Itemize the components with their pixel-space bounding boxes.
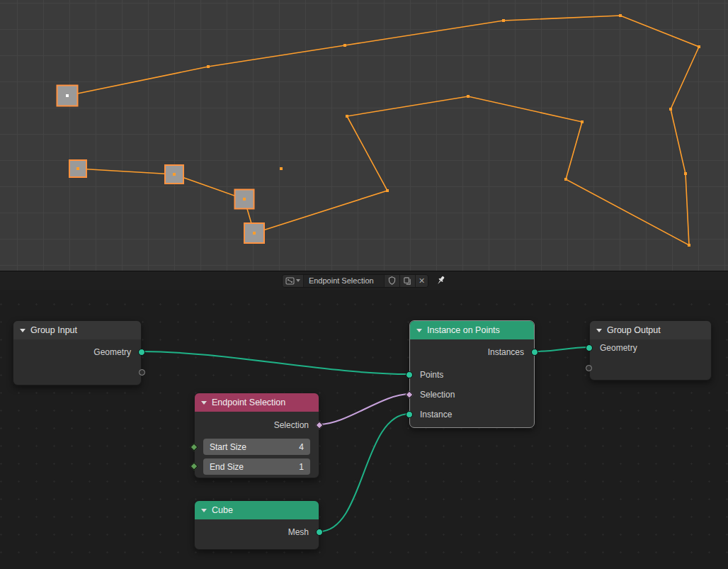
- node-group-input[interactable]: Group Input Geometry: [13, 320, 142, 385]
- start-size-input-socket[interactable]: [190, 443, 198, 451]
- node-tree-selector: Endpoint Selection ✕: [282, 274, 428, 288]
- node-title: Group Input: [30, 325, 77, 335]
- tree-name-field[interactable]: Endpoint Selection: [304, 275, 385, 287]
- browse-tree-button[interactable]: [283, 275, 304, 287]
- input-label-geometry: Geometry: [590, 340, 711, 356]
- wire-mesh-to-instance[interactable]: [319, 414, 409, 531]
- node-title: Instance on Points: [427, 325, 500, 335]
- collapse-chevron-icon[interactable]: [416, 329, 422, 332]
- node-title: Endpoint Selection: [212, 398, 285, 407]
- collapse-chevron-icon[interactable]: [201, 401, 207, 405]
- input-label-selection: Selection: [410, 387, 534, 402]
- node-tree-icon: [285, 276, 295, 286]
- end-size-field[interactable]: End Size 1: [203, 458, 310, 475]
- collapse-chevron-icon[interactable]: [20, 329, 25, 332]
- curve-control-point[interactable]: [564, 178, 567, 181]
- end-size-input-socket[interactable]: [190, 462, 198, 470]
- new-copy-button[interactable]: [400, 275, 416, 287]
- mesh-output-socket[interactable]: [316, 529, 323, 536]
- wire-geometry-to-points[interactable]: [142, 351, 409, 374]
- field-label: End Size: [210, 462, 244, 472]
- node-endpoint-selection[interactable]: Endpoint Selection Selection Start Size …: [194, 393, 319, 478]
- node-editor-header: Endpoint Selection ✕: [0, 271, 728, 290]
- curve-control-point[interactable]: [66, 94, 69, 97]
- viewport-canvas[interactable]: [0, 0, 728, 271]
- curve-control-point[interactable]: [688, 244, 690, 247]
- node-editor[interactable]: Group Input Geometry Instance on Points …: [0, 290, 728, 568]
- curve-control-point[interactable]: [502, 19, 505, 22]
- output-label-mesh: Mesh: [195, 524, 319, 540]
- geometry-input-socket[interactable]: [586, 344, 593, 351]
- node-header[interactable]: Cube: [195, 501, 319, 519]
- spline-curve[interactable]: [67, 16, 699, 245]
- curve-control-point[interactable]: [343, 44, 346, 47]
- node-header[interactable]: Group Output: [590, 321, 711, 339]
- curve-control-point[interactable]: [467, 95, 470, 98]
- stray-point[interactable]: [280, 167, 283, 170]
- input-label-instance: Instance: [410, 407, 534, 422]
- node-header[interactable]: Instance on Points: [410, 321, 534, 339]
- instances-output-socket[interactable]: [531, 349, 538, 356]
- chevron-down-icon: [296, 279, 300, 282]
- 3d-viewport[interactable]: [0, 0, 728, 271]
- close-icon: ✕: [419, 277, 425, 285]
- field-label: Start Size: [210, 442, 246, 452]
- collapse-chevron-icon[interactable]: [201, 509, 207, 512]
- curve-control-point[interactable]: [173, 173, 176, 176]
- node-title: Group Output: [607, 325, 661, 335]
- field-value: 1: [299, 462, 304, 472]
- output-label-selection: Selection: [195, 417, 319, 433]
- curve-control-point[interactable]: [386, 189, 389, 192]
- pin-icon: [435, 275, 446, 286]
- copy-icon: [403, 276, 412, 286]
- fake-user-button[interactable]: [385, 275, 400, 287]
- curve-control-point[interactable]: [669, 108, 672, 111]
- collapse-chevron-icon[interactable]: [596, 329, 602, 332]
- wire-instances-to-geometry[interactable]: [535, 347, 589, 351]
- geometry-output-socket[interactable]: [138, 349, 145, 356]
- pin-button[interactable]: [435, 275, 446, 286]
- node-title: Cube: [212, 505, 233, 515]
- curve-control-point[interactable]: [619, 14, 622, 17]
- wire-selection-to-selection[interactable]: [319, 394, 409, 424]
- curve-control-point[interactable]: [253, 232, 256, 235]
- output-label-geometry: Geometry: [13, 344, 141, 360]
- virtual-input-socket[interactable]: [586, 365, 592, 371]
- curve-control-point[interactable]: [207, 65, 210, 68]
- input-label-points: Points: [410, 367, 534, 383]
- node-group-output[interactable]: Group Output Geometry: [589, 320, 712, 381]
- node-cube[interactable]: Cube Mesh: [194, 500, 319, 550]
- curve-control-point[interactable]: [76, 167, 79, 170]
- curve-control-point[interactable]: [698, 45, 700, 48]
- virtual-output-socket[interactable]: [139, 369, 145, 376]
- shield-icon: [387, 276, 397, 286]
- curve-control-point[interactable]: [346, 115, 348, 118]
- curve-control-point[interactable]: [243, 198, 246, 201]
- points-input-socket[interactable]: [406, 371, 413, 378]
- node-header[interactable]: Group Input: [13, 321, 141, 339]
- instance-input-socket[interactable]: [406, 411, 413, 418]
- unlink-button[interactable]: ✕: [416, 275, 428, 287]
- field-value: 4: [299, 442, 304, 452]
- curve-control-point[interactable]: [581, 120, 584, 123]
- output-label-instances: Instances: [410, 344, 534, 360]
- node-instance-on-points[interactable]: Instance on Points Instances Points Sele…: [409, 320, 535, 428]
- start-size-field[interactable]: Start Size 4: [203, 439, 310, 455]
- node-header[interactable]: Endpoint Selection: [195, 393, 319, 412]
- curve-control-point[interactable]: [684, 172, 687, 175]
